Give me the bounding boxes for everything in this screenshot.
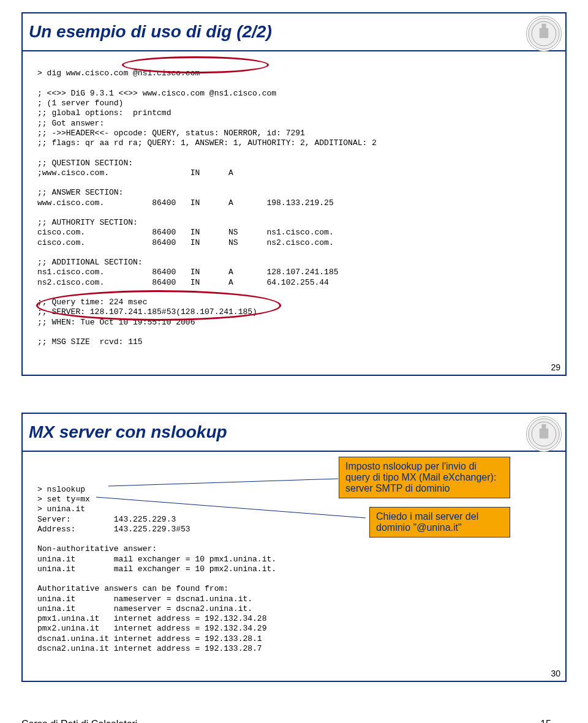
code-line: unina.it nameserver = dscna2.unina.it.: [37, 604, 252, 613]
page-footer: Corso di Reti di Calcolatori 15: [21, 719, 588, 723]
code-line: ;; SERVER: 128.107.241.185#53(128.107.24…: [37, 307, 257, 317]
code-line: ;; Got answer:: [37, 119, 104, 128]
code-line: Non-authoritative answer:: [37, 544, 157, 553]
code-line: ;www.cisco.com. IN A: [37, 168, 233, 178]
code-line: > nslookup: [37, 485, 85, 494]
code-line: ;; AUTHORITY SECTION:: [37, 218, 138, 227]
svg-rect-3: [541, 24, 546, 28]
svg-rect-6: [540, 429, 548, 438]
code-line: unina.it mail exchanger = 10 pmx2.unina.…: [37, 564, 276, 574]
dig-output: > dig www.cisco.com @ns1.cisco.com ; <<>…: [37, 59, 551, 358]
slide-body: > dig www.cisco.com @ns1.cisco.com ; <<>…: [23, 51, 565, 375]
code-line: unina.it nameserver = dscna1.unina.it.: [37, 594, 252, 604]
svg-rect-2: [540, 28, 548, 38]
code-line: Server: 143.225.229.3: [37, 515, 176, 524]
svg-rect-7: [541, 424, 546, 428]
slide-title: Un esempio di uso di dig (2/2): [29, 22, 272, 41]
slide-1: Un esempio di uso di dig (2/2) > dig www…: [21, 12, 567, 376]
code-line: unina.it mail exchanger = 10 pmx1.unina.…: [37, 555, 276, 564]
code-line: > unina.it: [37, 504, 85, 514]
nslookup-output: > nslookup > set ty=mx > unina.it Server…: [37, 475, 551, 664]
university-logo: [526, 416, 562, 452]
code-line: dscna2.unina.it internet address = 192.1…: [37, 644, 262, 653]
code-line: Authoritative answers can be found from:: [37, 584, 228, 593]
code-line: ;; MSG SIZE rcvd: 115: [37, 337, 143, 347]
code-line: ;; ADDITIONAL SECTION:: [37, 258, 143, 267]
code-line: ;; ANSWER SECTION:: [37, 188, 123, 197]
code-line: ;; ->>HEADER<<- opcode: QUERY, status: N…: [37, 129, 305, 138]
footer-page: 15: [540, 719, 551, 723]
university-logo: [526, 16, 562, 51]
code-line: > dig www.cisco.com @ns1.cisco.com: [37, 69, 200, 78]
code-line: ; (1 server found): [37, 99, 123, 108]
code-line: > set ty=mx: [37, 495, 90, 504]
code-line: ;; flags: qr aa rd ra; QUERY: 1, ANSWER:…: [37, 138, 377, 148]
code-line: cisco.com. 86400 IN NS ns2.cisco.com.: [37, 238, 334, 247]
code-line: ;; WHEN: Tue Oct 10 19:55:10 2006: [37, 318, 195, 327]
code-line: www.cisco.com. 86400 IN A 198.133.219.25: [37, 198, 334, 208]
code-line: ;; Query time: 224 msec: [37, 298, 147, 307]
code-line: pmx1.unina.it internet address = 192.132…: [37, 614, 266, 623]
code-line: pmx2.unina.it internet address = 192.132…: [37, 624, 266, 633]
slide-title: MX server con nslookup: [29, 422, 227, 441]
code-line: Address: 143.225.229.3#53: [37, 525, 190, 534]
footer-title: Corso di Reti di Calcolatori: [21, 719, 137, 723]
slide-2: MX server con nslookup Imposto nslookup …: [21, 413, 567, 683]
code-line: ; <<>> DiG 9.3.1 <<>> www.cisco.com @ns1…: [37, 89, 276, 98]
code-line: ;; global options: printcmd: [37, 108, 171, 118]
slide-body: Imposto nslookup per l'invio di query di…: [23, 452, 565, 681]
code-line: dscna1.unina.it internet address = 192.1…: [37, 634, 262, 643]
slide-number: 30: [551, 669, 560, 678]
code-line: ns1.cisco.com. 86400 IN A 128.107.241.18…: [37, 268, 338, 277]
slide-header: MX server con nslookup: [23, 414, 565, 452]
code-line: ;; QUESTION SECTION:: [37, 159, 133, 168]
note-line: Imposto nslookup per l'invio di: [345, 461, 503, 472]
slide-number: 29: [551, 362, 560, 372]
slide-header: Un esempio di uso di dig (2/2): [23, 13, 565, 51]
code-line: ns2.cisco.com. 86400 IN A 64.102.255.44: [37, 278, 329, 287]
code-line: cisco.com. 86400 IN NS ns1.cisco.com.: [37, 228, 334, 237]
